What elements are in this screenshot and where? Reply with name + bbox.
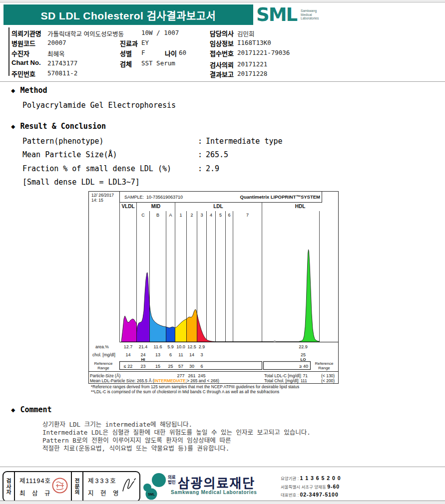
total-chol-ref: (< 200) <box>321 378 335 383</box>
total-chol: Total Chol. [mg/dl]: 111 <box>264 378 307 383</box>
org-prefix: 의료 법인 <box>168 475 176 485</box>
diamond-icon: ◆ <box>11 86 15 94</box>
sub-label-c: C <box>141 213 145 218</box>
field-specimen-label: 검체 <box>120 59 132 68</box>
comment-line-3: Pattern B로의 전환이 이루어지지 않도록 환자의 임상상태에 따른 <box>42 437 231 445</box>
area-hdl: 22.9 <box>299 344 308 349</box>
hi-flag: HI <box>141 357 145 362</box>
field-doctor-value: 김민희 <box>237 29 255 38</box>
chol-mid-b: 13 <box>155 352 160 357</box>
area-ldl3: 2.9 <box>199 344 205 349</box>
org-info-label: 요양기관 : <box>281 476 299 481</box>
field-sex-label: 성별 <box>120 48 132 58</box>
org-info-value: 1 1 3 6 5 2 0 0 <box>300 475 341 481</box>
field-resident-no-value: 570811-2 <box>47 69 77 77</box>
page-title: SD LDL Cholesterol 검사결과보고서 <box>41 7 216 22</box>
signature-box: 검사자 제11194호 최 삼 규 전문의 제333호 지 현 영 <box>2 471 140 502</box>
mean-ldl-size-line: Mean LDL-Particle Size: 265.5 Å (INTERME… <box>90 378 219 383</box>
sub-label-a: A <box>169 213 172 218</box>
chol-hdl: 25 <box>301 352 306 357</box>
field-patient-name: 최혜옥 <box>47 49 65 58</box>
field-accession-label: 접수번호 <box>210 48 234 58</box>
sub-label-7: 7 <box>246 213 249 218</box>
field-accession-value: 20171221-79036 <box>237 49 290 56</box>
colon: : <box>198 137 202 146</box>
lipoprint-system-title: Quantimetrix LIPOPRINT™SYSTEM <box>240 194 321 200</box>
size-ldl3: 245 <box>198 373 205 378</box>
org-info-label: 서울특별시 서초구 양재동 <box>281 485 326 490</box>
org-info-line-3: 대표번호 : 02-3497-5100 <box>281 492 339 498</box>
chart-footnote-2: **LDL-C is comprised of the sum of chole… <box>91 389 279 394</box>
chart-date: 12/ 26/2017 <box>91 193 114 198</box>
ref-mid-c: 23 <box>140 364 145 369</box>
size-row-label: Particle-Size (Å) <box>90 373 121 378</box>
comment-line-1: 상기환자 LDL 크기는 intermediate에 해당됩니다. <box>42 421 192 429</box>
chol-mid-a: 6 <box>169 352 172 357</box>
org-name-block: 의료 법인 삼광의료재단 <box>168 473 255 492</box>
mean-part1: Mean LDL-Particle Size: 265.5 Å ( <box>90 378 154 383</box>
section-divider <box>0 81 445 82</box>
org-name: 삼광의료재단 <box>178 473 256 492</box>
field-requesting-org-value: 가톨릭대학교 여의도성모병동 <box>47 29 124 38</box>
ref-ldl2: 30 <box>189 364 194 369</box>
mean-part2-intermediate: INTERMEDIATE <box>154 378 186 383</box>
ref-hdl: ≥ 40 <box>300 364 308 369</box>
result-row-size-value: 265.5 <box>206 150 228 159</box>
sub-label-b: B <box>156 213 159 218</box>
sub-label-3: 3 <box>200 213 203 218</box>
logo-sub-line: Laboratories <box>301 16 319 20</box>
chol-ldl2: 14 <box>189 352 194 357</box>
area-ldl1: 10.0 <box>176 344 185 349</box>
sub-label-2: 2 <box>190 213 193 218</box>
comment-line-2: Intermediate LDL은 심혈관 질환에 대한 위험도를 높일 수 있… <box>42 429 311 437</box>
footer-divider <box>0 467 445 467</box>
specialist-cell: 제333호 지 현 영 <box>83 472 139 501</box>
area-vldl: 12.7 <box>124 344 133 349</box>
area-mid-a: 5.9 <box>167 344 174 349</box>
field-age-label: 나이 <box>165 48 177 58</box>
curve-mid-a <box>166 327 175 342</box>
field-reported-label: 결과보고 <box>210 69 234 79</box>
report-page: SD LDL Cholesterol 검사결과보고서 SML Samkwang … <box>0 0 445 504</box>
result-heading-text: Result & Conclusion <box>20 122 106 131</box>
result-row-fraction-label: Fraction % of small dense LDL (%) <box>22 164 171 173</box>
sub-label-5: 5 <box>219 213 222 218</box>
specialist-role-cell: 전문의 <box>71 472 83 501</box>
field-hospital-code-value: 20007 <box>47 39 66 46</box>
sml-logo: SML Samkwang Medical Laboratories <box>256 7 319 22</box>
field-doctor-label: 담당의사 <box>210 28 234 38</box>
result-row-pattern-label: Pattern(phenotype) <box>22 137 104 146</box>
result-row-fraction-value: 2.9 <box>206 164 219 173</box>
field-dept-value: EY <box>141 39 149 46</box>
org-info-line-1: 요양기관 : 1 1 3 6 5 2 0 0 <box>281 475 341 481</box>
org-name-en: Samkwang Medical Laboratories <box>171 490 257 495</box>
comment-heading-text: Comment <box>20 405 51 414</box>
title-bar: SD LDL Cholesterol 검사결과보고서 <box>3 4 253 25</box>
comment-line-4: 적절한 치료(운동요법, 식이요법 또는 약물요법 등)를 권유합니다. <box>42 445 229 453</box>
size-ldl1: 277 <box>177 373 184 378</box>
field-specimen-value: SST Serum <box>141 59 175 67</box>
chol-vldl: 14 <box>125 352 130 357</box>
field-sex-value: F <box>141 49 145 56</box>
ref-label-left-1: Reference <box>94 361 113 366</box>
chol-ldl1: 11 <box>178 352 183 357</box>
total-ldl-ref: (< 130) <box>321 373 335 378</box>
colon: : <box>198 150 202 159</box>
patient-block-border <box>8 27 9 76</box>
method-heading-text: Method <box>20 86 47 95</box>
chart-time: 14: 15 <box>91 198 103 203</box>
logo-sub-line: Samkwang <box>301 9 319 13</box>
specialist-signature <box>120 475 138 495</box>
samkwang-logo: SML <box>141 472 168 501</box>
band-mid: MID <box>151 204 160 209</box>
org-prefix-line2: 법인 <box>168 480 176 485</box>
org-info-value: 02-3497-5100 <box>300 492 338 498</box>
result-row-pattern-value: Intermediate type <box>206 137 283 146</box>
ref-mid-a: 25 <box>168 364 173 369</box>
area-mid-b: 11.6 <box>154 344 162 349</box>
sub-label-6: 6 <box>228 213 230 218</box>
ref-vldl: ≤ 22 <box>124 364 132 369</box>
field-clinical-info-value: I168T13K0 <box>237 39 271 46</box>
comment-heading: ◆Comment <box>11 405 52 414</box>
chol-mid-c: 24 <box>140 352 145 357</box>
